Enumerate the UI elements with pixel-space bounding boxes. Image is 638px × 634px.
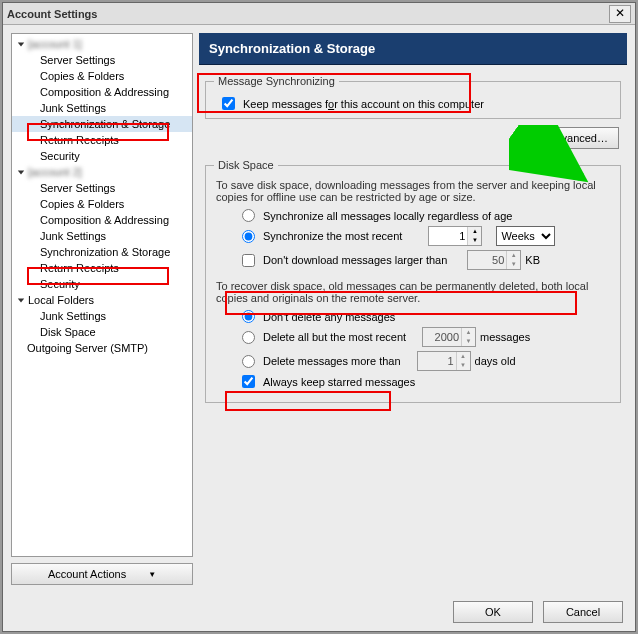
sync-recent-unit[interactable]: DaysWeeksMonthsYears — [496, 226, 555, 246]
sidebar-item-label: Composition & Addressing — [40, 86, 169, 98]
sidebar-item-label: Composition & Addressing — [40, 214, 169, 226]
delete-recent-label: Delete all but the most recent — [263, 331, 406, 343]
sidebar: [account 1]Server SettingsCopies & Folde… — [11, 33, 193, 585]
delete-older-suffix: days old — [475, 355, 516, 367]
twisty-down-icon[interactable] — [16, 295, 26, 305]
message-sync-group: Message Synchronizing Keep messages for … — [205, 75, 621, 119]
sidebar-item[interactable]: Synchronization & Storage — [12, 116, 192, 132]
message-sync-legend: Message Synchronizing — [214, 75, 339, 87]
delete-none-label: Don't delete any messages — [263, 311, 395, 323]
dont-download-value: ▲▼ — [467, 250, 521, 270]
sidebar-item[interactable]: Composition & Addressing — [12, 212, 192, 228]
recover-intro: To recover disk space, old messages can … — [216, 280, 610, 304]
sidebar-item-label: Server Settings — [40, 54, 115, 66]
kb-label: KB — [525, 254, 540, 266]
account-actions-button[interactable]: Account Actions ▼ — [11, 563, 193, 585]
disk-space-legend: Disk Space — [214, 159, 278, 171]
sync-all-radio[interactable] — [242, 209, 255, 222]
ok-button[interactable]: OK — [453, 601, 533, 623]
sidebar-item-label: Security — [40, 150, 80, 162]
sidebar-item-label: Junk Settings — [40, 310, 106, 322]
sidebar-item-label: Return Receipts — [40, 134, 119, 146]
sidebar-item[interactable]: Return Receipts — [12, 260, 192, 276]
delete-none-radio[interactable] — [242, 310, 255, 323]
sidebar-item-label: Security — [40, 278, 80, 290]
titlebar: Account Settings ✕ — [3, 3, 635, 25]
sidebar-item[interactable]: Server Settings — [12, 180, 192, 196]
keep-messages-label: Keep messages for this account on this c… — [243, 98, 484, 110]
sync-all-label: Synchronize all messages locally regardl… — [263, 210, 512, 222]
cancel-button[interactable]: Cancel — [543, 601, 623, 623]
sidebar-item[interactable]: Return Receipts — [12, 132, 192, 148]
sync-recent-radio[interactable] — [242, 230, 255, 243]
sidebar-item-label: Copies & Folders — [40, 198, 124, 210]
sidebar-item-label: Outgoing Server (SMTP) — [27, 342, 148, 354]
dropdown-icon: ▼ — [148, 570, 156, 579]
sidebar-item[interactable]: Composition & Addressing — [12, 84, 192, 100]
content-panel: Synchronization & Storage Message Synchr… — [199, 33, 627, 585]
delete-older-radio[interactable] — [242, 355, 255, 368]
sidebar-item[interactable]: Junk Settings — [12, 228, 192, 244]
account-name: [account 2] — [28, 166, 82, 178]
keep-messages-checkbox[interactable] — [222, 97, 235, 110]
delete-recent-suffix: messages — [480, 331, 530, 343]
dont-download-label: Don't download messages larger than — [263, 254, 447, 266]
account-node[interactable]: [account 1] — [12, 36, 192, 52]
account-tree[interactable]: [account 1]Server SettingsCopies & Folde… — [11, 33, 193, 557]
account-name: [account 1] — [28, 38, 82, 50]
sidebar-item[interactable]: Copies & Folders — [12, 68, 192, 84]
delete-recent-value: ▲▼ — [422, 327, 476, 347]
sidebar-item-outgoing[interactable]: Outgoing Server (SMTP) — [12, 340, 192, 356]
window-title: Account Settings — [7, 8, 609, 20]
sync-recent-value[interactable]: ▲▼ — [428, 226, 482, 246]
sidebar-item-label: Server Settings — [40, 182, 115, 194]
sidebar-item-label: Synchronization & Storage — [40, 246, 170, 258]
sidebar-item[interactable]: Synchronization & Storage — [12, 244, 192, 260]
account-name: Local Folders — [28, 294, 94, 306]
sidebar-item[interactable]: Junk Settings — [12, 308, 192, 324]
sidebar-item[interactable]: Server Settings — [12, 52, 192, 68]
delete-recent-radio[interactable] — [242, 331, 255, 344]
sidebar-item-label: Junk Settings — [40, 230, 106, 242]
sidebar-item[interactable]: Junk Settings — [12, 100, 192, 116]
keep-starred-checkbox[interactable] — [242, 375, 255, 388]
sidebar-item[interactable]: Copies & Folders — [12, 196, 192, 212]
spin-down-icon[interactable]: ▼ — [468, 236, 481, 245]
sidebar-item[interactable]: Security — [12, 276, 192, 292]
delete-older-label: Delete messages more than — [263, 355, 401, 367]
sidebar-item-label: Copies & Folders — [40, 70, 124, 82]
spin-up-icon[interactable]: ▲ — [468, 227, 481, 236]
delete-older-value: ▲▼ — [417, 351, 471, 371]
dont-download-checkbox[interactable] — [242, 254, 255, 267]
advanced-button[interactable]: Advanced… — [537, 127, 619, 149]
sidebar-item-label: Disk Space — [40, 326, 96, 338]
keep-starred-label: Always keep starred messages — [263, 376, 415, 388]
twisty-down-icon[interactable] — [16, 39, 26, 49]
twisty-down-icon[interactable] — [16, 167, 26, 177]
account-node[interactable]: Local Folders — [12, 292, 192, 308]
sidebar-item-label: Synchronization & Storage — [40, 118, 170, 130]
sidebar-item[interactable]: Security — [12, 148, 192, 164]
sync-recent-label: Synchronize the most recent — [263, 230, 402, 242]
sidebar-item-label: Junk Settings — [40, 102, 106, 114]
content-header: Synchronization & Storage — [199, 33, 627, 65]
account-node[interactable]: [account 2] — [12, 164, 192, 180]
dialog-buttons: OK Cancel — [3, 593, 635, 631]
disk-space-group: Disk Space To save disk space, downloadi… — [205, 159, 621, 403]
close-button[interactable]: ✕ — [609, 5, 631, 23]
account-actions-label: Account Actions — [48, 568, 126, 580]
sidebar-item[interactable]: Disk Space — [12, 324, 192, 340]
disk-intro: To save disk space, downloading messages… — [216, 179, 610, 203]
sidebar-item-label: Return Receipts — [40, 262, 119, 274]
